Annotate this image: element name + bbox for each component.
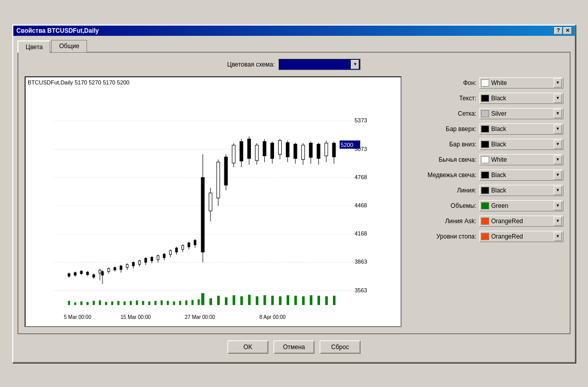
svg-rect-34 [114,267,116,270]
window-body: Цвета Общие Цветовая схема: ▼ BTCUSDFut,… [13,36,575,362]
dropdown-arrow-icon-4[interactable]: ▼ [554,140,562,149]
svg-rect-30 [101,271,103,275]
close-button[interactable]: ✕ [563,27,572,34]
svg-text:3863: 3863 [354,259,367,265]
svg-rect-101 [93,300,95,305]
svg-rect-74 [247,139,250,158]
property-row-4: Бар вниз:Black▼ [410,138,563,151]
scheme-arrow-icon[interactable]: ▼ [351,60,359,69]
reset-button[interactable]: Сброс [320,340,361,354]
property-row-5: Бычья свеча:White▼ [410,153,563,166]
svg-rect-44 [144,258,146,262]
scheme-row: Цветовая схема: ▼ [25,59,563,70]
tab-general[interactable]: Общие [51,40,87,52]
svg-rect-66 [217,162,220,198]
ok-button[interactable]: OK [227,340,268,354]
color-dropdown-1[interactable]: Black▼ [479,93,563,104]
chart-header: BTCUSDFut,Daily 5170 5270 5170 5200 [26,77,401,88]
svg-rect-94 [325,143,328,156]
property-label-8: Объемы: [410,202,476,209]
color-dropdown-3[interactable]: Black▼ [479,123,563,135]
svg-rect-128 [271,295,274,305]
chart-canvas: 5373 5073 4768 4468 4168 3863 3563 5200 [26,88,401,324]
color-swatch-4 [481,141,489,148]
color-name-4: Black [491,141,552,148]
svg-rect-100 [87,302,89,305]
cancel-button[interactable]: Отмена [274,340,314,354]
property-label-1: Текст: [410,95,476,102]
color-dropdown-8[interactable]: Green▼ [479,200,563,211]
svg-rect-52 [170,250,172,254]
svg-rect-119 [201,293,204,305]
color-dropdown-0[interactable]: White▼ [479,77,563,89]
svg-rect-109 [142,300,144,305]
svg-rect-131 [295,295,297,305]
svg-rect-98 [74,302,76,305]
svg-rect-86 [294,144,297,158]
color-dropdown-4[interactable]: Black▼ [479,139,563,150]
svg-rect-80 [270,143,274,158]
svg-rect-104 [111,301,113,305]
svg-rect-42 [138,261,140,264]
bottom-bar: OK Отмена Сброс [17,334,571,358]
svg-rect-70 [232,145,235,163]
svg-rect-68 [224,157,227,185]
dropdown-arrow-icon-0[interactable]: ▼ [554,78,562,88]
color-name-6: Black [491,171,552,179]
dropdown-arrow-icon-10[interactable]: ▼ [554,232,562,241]
svg-rect-133 [310,295,312,305]
property-row-2: Сетка:Silver▼ [410,107,563,120]
svg-rect-38 [126,264,128,267]
dropdown-arrow-icon-9[interactable]: ▼ [554,217,562,226]
dropdown-arrow-icon-1[interactable]: ▼ [554,94,562,103]
color-dropdown-7[interactable]: Black▼ [479,185,563,196]
color-swatch-6 [481,171,489,179]
color-dropdown-10[interactable]: OrangeRed▼ [479,231,563,242]
main-content: BTCUSDFut,Daily 5170 5270 5170 5200 [25,76,563,327]
svg-text:5373: 5373 [354,117,367,123]
color-swatch-3 [481,125,489,133]
color-name-8: Green [491,202,552,209]
svg-rect-40 [132,262,134,266]
svg-rect-32 [108,268,110,271]
dropdown-arrow-icon-3[interactable]: ▼ [554,124,562,134]
dropdown-arrow-icon-8[interactable]: ▼ [554,201,562,210]
color-dropdown-5[interactable]: White▼ [479,154,563,165]
svg-rect-113 [167,300,169,305]
svg-rect-60 [194,240,196,245]
svg-rect-123 [233,295,235,305]
property-label-3: Бар вверх: [410,125,476,133]
color-dropdown-6[interactable]: Black▼ [479,169,563,181]
color-dropdown-2[interactable]: Silver▼ [479,108,563,119]
svg-rect-50 [163,254,165,257]
svg-rect-106 [123,301,125,305]
window-title: Свойства BTCUSDFut,Daily [16,27,99,34]
svg-rect-114 [173,301,175,305]
dropdown-arrow-icon-6[interactable]: ▼ [554,170,562,180]
chart-svg: 5373 5073 4768 4468 4168 3863 3563 5200 [26,88,401,324]
help-button[interactable]: ? [554,27,562,34]
tab-content: Цветовая схема: ▼ BTCUSDFut,Daily 5170 5… [17,52,571,334]
svg-rect-126 [256,296,258,305]
dropdown-arrow-icon-5[interactable]: ▼ [554,155,562,164]
svg-rect-105 [117,300,119,305]
property-label-5: Бычья свеча: [410,156,476,163]
dropdown-arrow-icon-7[interactable]: ▼ [554,186,562,195]
color-dropdown-9[interactable]: OrangeRed▼ [479,216,563,227]
color-name-10: OrangeRed [491,233,552,240]
property-row-3: Бар вверх:Black▼ [410,122,563,136]
color-swatch-10 [481,233,489,240]
property-label-4: Бар вниз: [410,141,476,148]
color-swatch-8 [481,202,489,209]
scheme-dropdown[interactable]: ▼ [279,59,361,70]
tab-colors[interactable]: Цвета [17,40,50,53]
svg-text:27 Mar 00:00: 27 Mar 00:00 [185,314,216,319]
svg-text:8 Apr 00:00: 8 Apr 00:00 [259,314,286,319]
color-swatch-2 [481,110,489,117]
svg-rect-118 [198,299,200,305]
property-row-1: Текст:Black▼ [410,92,563,105]
svg-rect-82 [279,140,282,154]
color-name-0: White [491,79,552,87]
svg-rect-115 [179,300,181,305]
dropdown-arrow-icon-2[interactable]: ▼ [554,109,562,118]
